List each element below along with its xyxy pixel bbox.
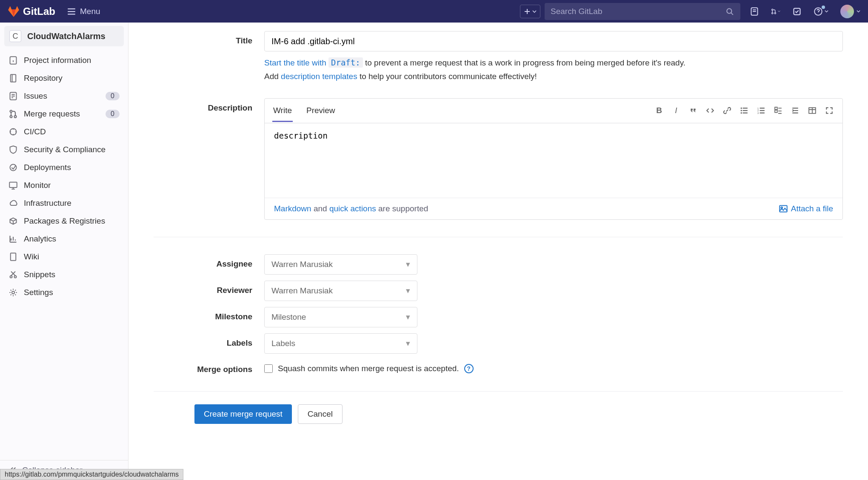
description-templates-link[interactable]: description templates (281, 72, 357, 81)
italic-icon[interactable]: I (671, 105, 682, 116)
fullscreen-icon[interactable] (824, 105, 835, 116)
sidebar-item-packages-registries[interactable]: Packages & Registries (0, 212, 128, 230)
merge-request-form: Title Start the title with Draft: to pre… (128, 23, 868, 480)
svg-rect-23 (743, 108, 748, 108)
svg-point-21 (741, 110, 742, 111)
reviewer-select[interactable]: Warren Marusiak▾ (264, 281, 417, 301)
svg-text:3: 3 (757, 112, 759, 114)
infra-icon (9, 199, 18, 208)
tab-preview[interactable]: Preview (306, 99, 336, 122)
todos-icon[interactable] (792, 7, 802, 16)
draft-hint-link[interactable]: Start the title with Draft: (264, 58, 363, 67)
sidebar-item-label: Security & Compliance (24, 145, 106, 154)
quick-actions-link[interactable]: quick actions (329, 204, 376, 213)
sidebar-item-label: Infrastructure (24, 199, 71, 208)
sidebar-item-label: Packages & Registries (24, 216, 105, 226)
sidebar-item-label: Deployments (24, 163, 71, 172)
link-icon[interactable] (722, 105, 733, 116)
svg-rect-8 (11, 74, 16, 82)
description-label: Description (154, 98, 264, 113)
svg-rect-35 (779, 205, 787, 212)
merge-requests-shortcut[interactable] (771, 7, 780, 16)
title-input[interactable] (264, 31, 843, 51)
markdown-link[interactable]: Markdown (274, 204, 311, 213)
tab-write[interactable]: Write (272, 99, 293, 122)
svg-rect-25 (743, 113, 748, 114)
svg-point-20 (741, 108, 742, 109)
help-dropdown[interactable] (814, 7, 828, 16)
sidebar-item-issues[interactable]: Issues0 (0, 87, 128, 105)
svg-point-19 (12, 291, 14, 294)
squash-checkbox[interactable] (264, 364, 273, 373)
attach-file[interactable]: Attach a file (779, 204, 833, 213)
chevron-down-icon: ▾ (406, 338, 410, 348)
status-url: https://gitlab.com/pmmquickstartguides/c… (5, 471, 179, 478)
sidebar-item-project-information[interactable]: Project information (0, 51, 128, 69)
create-merge-request-button[interactable]: Create merge request (194, 404, 292, 424)
gitlab-logo[interactable]: GitLab (8, 6, 55, 17)
sidebar-item-snippets[interactable]: Snippets (0, 266, 128, 284)
cicd-icon (9, 127, 18, 136)
sidebar-item-label: Repository (24, 74, 63, 83)
deploy-icon (9, 163, 18, 172)
help-icon (814, 7, 823, 16)
svg-point-12 (14, 116, 17, 118)
sidebar-item-ci-cd[interactable]: CI/CD (0, 123, 128, 141)
sidebar-project-header[interactable]: C CloudWatchAlarms (4, 26, 124, 46)
sidebar-item-wiki[interactable]: Wiki (0, 248, 128, 266)
sidebar-item-settings[interactable]: Settings (0, 284, 128, 301)
cancel-button[interactable]: Cancel (298, 404, 343, 424)
numbered-list-icon[interactable]: 123 (756, 105, 767, 116)
shield-icon (9, 145, 18, 154)
svg-point-3 (772, 12, 773, 14)
code-icon[interactable] (705, 105, 716, 116)
sidebar-item-infrastructure[interactable]: Infrastructure (0, 194, 128, 212)
svg-point-0 (727, 9, 731, 13)
search-input[interactable] (551, 7, 725, 16)
global-search[interactable] (545, 3, 740, 20)
sidebar-item-analytics[interactable]: Analytics (0, 230, 128, 248)
chevron-down-icon: ▾ (406, 312, 410, 322)
sidebar-item-repository[interactable]: Repository (0, 69, 128, 87)
svg-rect-31 (760, 113, 765, 114)
assignee-label: Assignee (154, 254, 264, 269)
bullet-list-icon[interactable] (739, 105, 750, 116)
chevron-down-icon (825, 9, 828, 13)
squash-label: Squash commits when merge request is acc… (278, 364, 459, 373)
svg-point-11 (10, 116, 12, 118)
chevron-down-icon (532, 9, 537, 14)
sidebar-item-security-compliance[interactable]: Security & Compliance (0, 141, 128, 159)
sidebar-item-label: Issues (24, 91, 47, 101)
sidebar-item-merge-requests[interactable]: Merge requests0 (0, 105, 128, 123)
reviewer-label: Reviewer (154, 281, 264, 295)
indent-icon[interactable] (790, 105, 801, 116)
package-icon (9, 216, 18, 226)
milestone-select[interactable]: Milestone▾ (264, 307, 417, 327)
bold-icon[interactable]: B (654, 105, 665, 116)
sidebar-item-label: Analytics (24, 234, 56, 244)
sidebar-item-monitor[interactable]: Monitor (0, 176, 128, 194)
task-list-icon[interactable] (773, 105, 784, 116)
labels-select[interactable]: Labels▾ (264, 333, 417, 354)
description-textarea[interactable] (265, 123, 842, 196)
issues-shortcut-icon[interactable] (750, 7, 759, 16)
hamburger-icon (67, 7, 76, 16)
sidebar-item-deployments[interactable]: Deployments (0, 159, 128, 176)
assignee-select[interactable]: Warren Marusiak▾ (264, 254, 417, 275)
title-label: Title (154, 31, 264, 45)
svg-rect-30 (760, 110, 765, 111)
menu-button[interactable]: Menu (67, 7, 100, 16)
new-dropdown[interactable] (520, 5, 540, 18)
sidebar-item-label: Project information (24, 56, 91, 65)
svg-point-10 (10, 110, 12, 112)
sidebar-item-label: Snippets (24, 270, 55, 279)
svg-rect-29 (760, 108, 765, 108)
chevron-down-icon: ▾ (406, 286, 410, 295)
markdown-help: Markdown and quick actions are supported (274, 204, 428, 213)
svg-point-2 (772, 9, 773, 10)
user-menu[interactable] (840, 5, 860, 18)
table-icon[interactable] (807, 105, 818, 116)
help-icon[interactable]: ? (464, 364, 474, 373)
quote-icon[interactable] (688, 105, 699, 116)
merge-options-label: Merge options (154, 360, 264, 374)
